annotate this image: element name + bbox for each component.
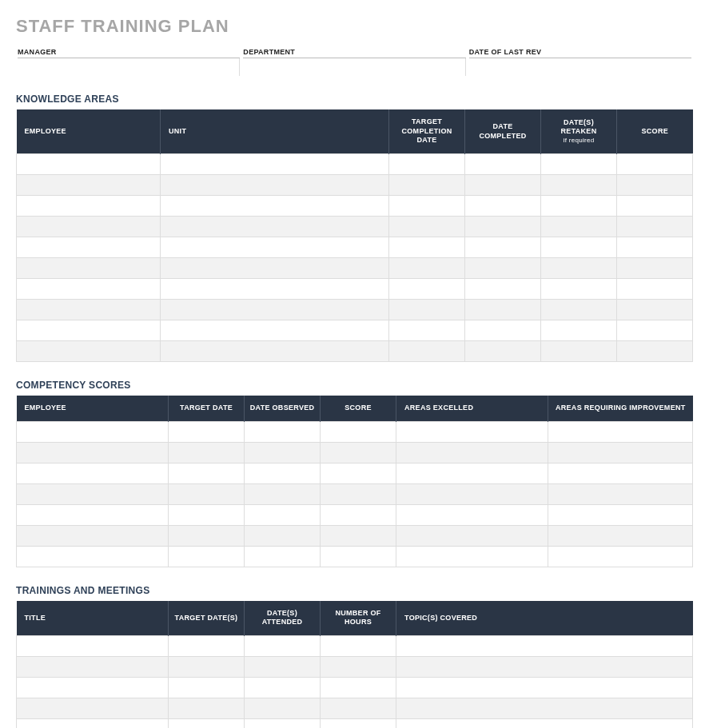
knowledge_areas-cell-target_completion[interactable] xyxy=(389,196,465,217)
competency_scores-cell-target_date[interactable] xyxy=(169,546,245,567)
knowledge_areas-cell-date_completed[interactable] xyxy=(465,237,541,258)
knowledge_areas-cell-unit[interactable] xyxy=(161,279,389,300)
competency_scores-cell-employee[interactable] xyxy=(17,525,169,546)
competency_scores-cell-date_observed[interactable] xyxy=(245,525,321,546)
knowledge_areas-cell-score[interactable] xyxy=(617,258,693,279)
trainings_meetings-cell-topics_covered[interactable] xyxy=(396,719,693,728)
trainings_meetings-cell-topics_covered[interactable] xyxy=(396,657,693,678)
trainings_meetings-cell-number_of_hours[interactable] xyxy=(321,678,396,698)
knowledge_areas-cell-unit[interactable] xyxy=(161,341,389,362)
knowledge_areas-cell-employee[interactable] xyxy=(17,300,161,320)
knowledge_areas-cell-target_completion[interactable] xyxy=(389,237,465,258)
knowledge_areas-cell-employee[interactable] xyxy=(17,320,161,341)
knowledge_areas-cell-score[interactable] xyxy=(617,196,693,217)
competency_scores-cell-areas_excelled[interactable] xyxy=(396,504,548,525)
competency_scores-cell-score[interactable] xyxy=(321,504,396,525)
knowledge_areas-cell-dates_retaken[interactable] xyxy=(541,154,617,175)
knowledge_areas-cell-dates_retaken[interactable] xyxy=(541,175,617,196)
knowledge_areas-cell-date_completed[interactable] xyxy=(465,258,541,279)
competency_scores-cell-date_observed[interactable] xyxy=(245,546,321,567)
trainings_meetings-cell-target_dates[interactable] xyxy=(169,719,245,728)
knowledge_areas-cell-dates_retaken[interactable] xyxy=(541,196,617,217)
knowledge_areas-cell-unit[interactable] xyxy=(161,196,389,217)
trainings_meetings-cell-target_dates[interactable] xyxy=(169,657,245,678)
knowledge_areas-cell-target_completion[interactable] xyxy=(389,341,465,362)
knowledge_areas-cell-target_completion[interactable] xyxy=(389,175,465,196)
knowledge_areas-cell-employee[interactable] xyxy=(17,217,161,237)
competency_scores-cell-target_date[interactable] xyxy=(169,463,245,483)
knowledge_areas-cell-date_completed[interactable] xyxy=(465,196,541,217)
knowledge_areas-cell-target_completion[interactable] xyxy=(389,320,465,341)
competency_scores-cell-employee[interactable] xyxy=(17,442,169,463)
knowledge_areas-cell-dates_retaken[interactable] xyxy=(541,258,617,279)
trainings_meetings-cell-topics_covered[interactable] xyxy=(396,698,693,719)
knowledge_areas-cell-employee[interactable] xyxy=(17,237,161,258)
competency_scores-cell-areas_excelled[interactable] xyxy=(396,421,548,442)
competency_scores-cell-areas_improvement[interactable] xyxy=(548,504,693,525)
trainings_meetings-cell-target_dates[interactable] xyxy=(169,698,245,719)
competency_scores-cell-employee[interactable] xyxy=(17,463,169,483)
knowledge_areas-cell-date_completed[interactable] xyxy=(465,320,541,341)
competency_scores-cell-areas_improvement[interactable] xyxy=(548,546,693,567)
trainings_meetings-cell-target_dates[interactable] xyxy=(169,636,245,657)
knowledge_areas-cell-unit[interactable] xyxy=(161,154,389,175)
knowledge_areas-cell-dates_retaken[interactable] xyxy=(541,217,617,237)
knowledge_areas-cell-date_completed[interactable] xyxy=(465,217,541,237)
competency_scores-cell-target_date[interactable] xyxy=(169,483,245,504)
competency_scores-cell-areas_improvement[interactable] xyxy=(548,463,693,483)
competency_scores-cell-areas_improvement[interactable] xyxy=(548,421,693,442)
knowledge_areas-cell-score[interactable] xyxy=(617,279,693,300)
competency_scores-cell-areas_improvement[interactable] xyxy=(548,483,693,504)
competency_scores-cell-areas_excelled[interactable] xyxy=(396,525,548,546)
knowledge_areas-cell-unit[interactable] xyxy=(161,175,389,196)
knowledge_areas-cell-employee[interactable] xyxy=(17,154,161,175)
knowledge_areas-cell-score[interactable] xyxy=(617,341,693,362)
competency_scores-cell-target_date[interactable] xyxy=(169,504,245,525)
trainings_meetings-cell-topics_covered[interactable] xyxy=(396,636,693,657)
competency_scores-cell-employee[interactable] xyxy=(17,483,169,504)
knowledge_areas-cell-unit[interactable] xyxy=(161,237,389,258)
knowledge_areas-cell-target_completion[interactable] xyxy=(389,258,465,279)
trainings_meetings-cell-title[interactable] xyxy=(17,719,169,728)
knowledge_areas-cell-date_completed[interactable] xyxy=(465,154,541,175)
competency_scores-cell-score[interactable] xyxy=(321,442,396,463)
competency_scores-cell-areas_excelled[interactable] xyxy=(396,546,548,567)
trainings_meetings-cell-dates_attended[interactable] xyxy=(245,719,321,728)
competency_scores-cell-date_observed[interactable] xyxy=(245,442,321,463)
competency_scores-cell-score[interactable] xyxy=(321,546,396,567)
knowledge_areas-cell-date_completed[interactable] xyxy=(465,175,541,196)
competency_scores-cell-target_date[interactable] xyxy=(169,421,245,442)
trainings_meetings-cell-dates_attended[interactable] xyxy=(245,678,321,698)
knowledge_areas-cell-target_completion[interactable] xyxy=(389,279,465,300)
knowledge_areas-cell-target_completion[interactable] xyxy=(389,300,465,320)
trainings_meetings-cell-dates_attended[interactable] xyxy=(245,698,321,719)
knowledge_areas-cell-date_completed[interactable] xyxy=(465,300,541,320)
competency_scores-cell-score[interactable] xyxy=(321,525,396,546)
meta-department-value[interactable] xyxy=(243,58,465,76)
trainings_meetings-cell-title[interactable] xyxy=(17,636,169,657)
knowledge_areas-cell-dates_retaken[interactable] xyxy=(541,300,617,320)
trainings_meetings-cell-number_of_hours[interactable] xyxy=(321,698,396,719)
knowledge_areas-cell-unit[interactable] xyxy=(161,320,389,341)
trainings_meetings-cell-title[interactable] xyxy=(17,698,169,719)
competency_scores-cell-areas_excelled[interactable] xyxy=(396,483,548,504)
trainings_meetings-cell-number_of_hours[interactable] xyxy=(321,657,396,678)
knowledge_areas-cell-date_completed[interactable] xyxy=(465,279,541,300)
trainings_meetings-cell-dates_attended[interactable] xyxy=(245,657,321,678)
trainings_meetings-cell-title[interactable] xyxy=(17,657,169,678)
knowledge_areas-cell-employee[interactable] xyxy=(17,196,161,217)
competency_scores-cell-date_observed[interactable] xyxy=(245,463,321,483)
competency_scores-cell-target_date[interactable] xyxy=(169,442,245,463)
meta-manager-value[interactable] xyxy=(18,58,240,76)
knowledge_areas-cell-score[interactable] xyxy=(617,175,693,196)
competency_scores-cell-employee[interactable] xyxy=(17,421,169,442)
trainings_meetings-cell-target_dates[interactable] xyxy=(169,678,245,698)
competency_scores-cell-date_observed[interactable] xyxy=(245,421,321,442)
knowledge_areas-cell-employee[interactable] xyxy=(17,341,161,362)
competency_scores-cell-areas_excelled[interactable] xyxy=(396,463,548,483)
meta-lastrev-value[interactable] xyxy=(469,58,691,76)
knowledge_areas-cell-employee[interactable] xyxy=(17,279,161,300)
competency_scores-cell-target_date[interactable] xyxy=(169,525,245,546)
knowledge_areas-cell-score[interactable] xyxy=(617,300,693,320)
knowledge_areas-cell-unit[interactable] xyxy=(161,258,389,279)
